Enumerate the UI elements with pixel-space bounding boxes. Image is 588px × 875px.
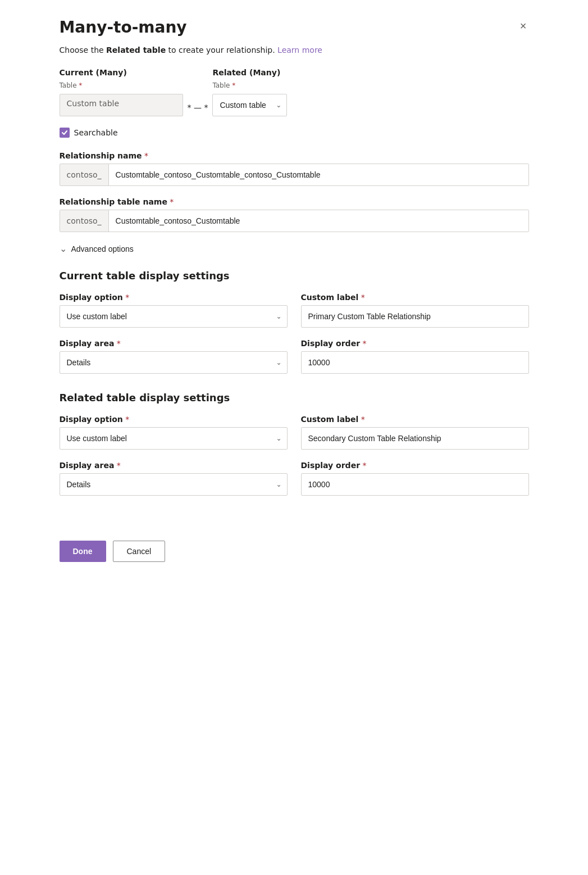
advanced-options-label: Advanced options: [71, 244, 134, 253]
relationship-name-group: Relationship name contoso_: [60, 151, 529, 186]
subtitle-text: Choose the: [60, 46, 107, 55]
dialog-footer: Done Cancel: [60, 529, 529, 562]
related-table-display-section: Related table display settings Display o…: [60, 392, 529, 496]
subtitle-bold: Related table: [106, 46, 166, 55]
searchable-checkbox[interactable]: [60, 128, 70, 138]
related-display-area-select-wrapper: Details Summary Social Pane Sales ⌄: [60, 473, 288, 496]
current-display-order-input[interactable]: [301, 351, 529, 374]
advanced-options-toggle[interactable]: ⌄ Advanced options: [60, 243, 134, 254]
current-display-option-select[interactable]: Use custom label Do not display Use defa…: [60, 305, 288, 328]
current-display-option-label: Display option: [60, 293, 288, 302]
related-display-option-row: Display option Use custom label Do not d…: [60, 415, 529, 450]
current-custom-label-label: Custom label: [301, 293, 529, 302]
current-display-area-row: Display area Details Summary Social Pane…: [60, 339, 529, 374]
dialog-header: Many-to-many ×: [60, 18, 529, 37]
table-section: Current (Many) Table Custom table * — * …: [60, 68, 529, 116]
subtitle: Choose the Related table to create your …: [60, 46, 529, 55]
relationship-name-input[interactable]: [109, 164, 528, 185]
current-table-readonly: Custom table: [60, 94, 183, 116]
searchable-row: Searchable: [60, 128, 529, 138]
relationship-name-label: Relationship name: [60, 151, 529, 160]
related-custom-label-label: Custom label: [301, 415, 529, 424]
current-many-group: Current (Many) Table Custom table: [60, 68, 183, 116]
current-display-order-group: Display order: [301, 339, 529, 374]
relationship-table-name-label: Relationship table name: [60, 197, 529, 206]
current-table-display-section: Current table display settings Display o…: [60, 270, 529, 374]
related-many-group: Related (Many) Table Custom table Accoun…: [212, 68, 287, 116]
current-table-field-label: Table: [60, 81, 183, 89]
current-display-option-row: Display option Use custom label Do not d…: [60, 293, 529, 328]
searchable-label: Searchable: [74, 128, 118, 137]
current-display-area-select-wrapper: Details Summary Social Pane Sales ⌄: [60, 351, 288, 374]
relationship-name-prefix: contoso_: [60, 164, 109, 185]
related-table-select[interactable]: Custom table Account Contact Lead: [212, 94, 287, 116]
related-display-order-label: Display order: [301, 461, 529, 470]
current-display-option-select-wrapper: Use custom label Do not display Use defa…: [60, 305, 288, 328]
current-custom-label-group: Custom label: [301, 293, 529, 328]
related-display-area-select[interactable]: Details Summary Social Pane Sales: [60, 473, 288, 496]
current-display-area-group: Display area Details Summary Social Pane…: [60, 339, 288, 374]
table-connector: * — *: [183, 103, 213, 116]
dialog-title: Many-to-many: [60, 18, 187, 37]
related-display-order-group: Display order: [301, 461, 529, 496]
relationship-name-input-wrapper: contoso_: [60, 164, 529, 186]
subtitle-suffix: to create your relationship.: [166, 46, 277, 55]
cancel-button[interactable]: Cancel: [113, 541, 166, 562]
relationship-table-name-prefix: contoso_: [60, 210, 109, 232]
related-table-section-title: Related table display settings: [60, 392, 529, 404]
related-table-field-label: Table: [212, 81, 287, 89]
related-table-select-wrapper: Custom table Account Contact Lead ⌄: [212, 94, 287, 116]
related-display-option-select[interactable]: Use custom label Do not display Use defa…: [60, 427, 288, 450]
current-many-label: Current (Many): [60, 68, 183, 77]
related-custom-label-group: Custom label: [301, 415, 529, 450]
current-display-area-label: Display area: [60, 339, 288, 348]
current-display-area-select[interactable]: Details Summary Social Pane Sales: [60, 351, 288, 374]
related-display-area-row: Display area Details Summary Social Pane…: [60, 461, 529, 496]
many-to-many-dialog: Many-to-many × Choose the Related table …: [42, 0, 547, 875]
related-many-label: Related (Many): [212, 68, 287, 77]
related-display-order-input[interactable]: [301, 473, 529, 496]
related-display-option-label: Display option: [60, 415, 288, 424]
current-display-option-group: Display option Use custom label Do not d…: [60, 293, 288, 328]
related-custom-label-input[interactable]: [301, 427, 529, 450]
current-custom-label-input[interactable]: [301, 305, 529, 328]
relationship-table-name-input[interactable]: [109, 210, 528, 232]
current-table-section-title: Current table display settings: [60, 270, 529, 282]
related-display-area-label: Display area: [60, 461, 288, 470]
related-display-option-group: Display option Use custom label Do not d…: [60, 415, 288, 450]
done-button[interactable]: Done: [60, 541, 106, 562]
close-button[interactable]: ×: [518, 18, 529, 34]
related-display-option-select-wrapper: Use custom label Do not display Use defa…: [60, 427, 288, 450]
chevron-down-icon: ⌄: [60, 243, 67, 254]
related-display-area-group: Display area Details Summary Social Pane…: [60, 461, 288, 496]
relationship-table-name-input-wrapper: contoso_: [60, 210, 529, 232]
current-display-order-label: Display order: [301, 339, 529, 348]
relationship-table-name-group: Relationship table name contoso_: [60, 197, 529, 232]
checkmark-icon: [61, 129, 68, 136]
learn-more-link[interactable]: Learn more: [277, 46, 322, 55]
